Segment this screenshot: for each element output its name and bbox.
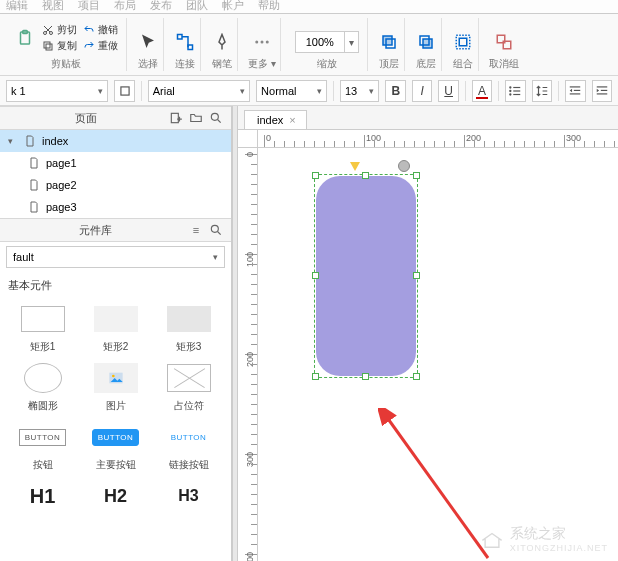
selected-shape[interactable]	[316, 176, 416, 376]
widget-h3[interactable]: H3	[154, 480, 223, 512]
resize-handle[interactable]	[413, 373, 420, 380]
font-select[interactable]: Arial▾	[148, 80, 250, 102]
search-icon[interactable]	[207, 109, 225, 127]
bring-front-icon[interactable]	[378, 31, 400, 53]
svg-rect-5	[44, 42, 50, 48]
menu-item[interactable]: 布局	[114, 0, 136, 13]
underline-button[interactable]: U	[438, 80, 458, 102]
menu-item[interactable]: 帐户	[222, 0, 244, 13]
indent-button[interactable]	[592, 80, 612, 102]
group-icon[interactable]	[452, 31, 474, 53]
canvas-area: index × 0100200300400 0100200300400	[238, 106, 618, 561]
page-icon	[24, 134, 36, 148]
resize-handle[interactable]	[312, 172, 319, 179]
search-icon[interactable]	[207, 221, 225, 239]
pages-panel-header: 页面	[0, 106, 231, 130]
close-icon[interactable]: ×	[289, 114, 295, 126]
menu-item[interactable]: 项目	[78, 0, 100, 13]
select-tool[interactable]	[137, 31, 159, 53]
menu-item[interactable]: 视图	[42, 0, 64, 13]
svg-rect-21	[514, 86, 521, 87]
menu-item[interactable]: 编辑	[6, 0, 28, 13]
line-height-button[interactable]	[532, 80, 552, 102]
more-tool[interactable]	[251, 31, 273, 53]
page-icon	[28, 200, 40, 214]
top-layer-group: 顶层	[374, 18, 405, 71]
widget-rect1[interactable]: 矩形1	[8, 303, 77, 354]
resize-handle[interactable]	[413, 172, 420, 179]
copy-button[interactable]: 复制	[42, 39, 77, 53]
page-item-index[interactable]: ▾ index	[0, 130, 231, 152]
widget-rect2[interactable]: 矩形2	[81, 303, 150, 354]
svg-rect-31	[597, 93, 608, 94]
paste-icon[interactable]	[14, 27, 36, 49]
add-page-icon[interactable]	[167, 109, 185, 127]
ungroup-icon[interactable]	[493, 31, 515, 53]
more-group: 更多 ▾	[244, 18, 281, 71]
outdent-button[interactable]	[565, 80, 585, 102]
ungroup-group: 取消组	[485, 18, 523, 71]
widget-h2[interactable]: H2	[81, 480, 150, 512]
resize-handle[interactable]	[312, 272, 319, 279]
bullets-button[interactable]	[505, 80, 525, 102]
canvas[interactable]	[258, 148, 618, 561]
text-color-button[interactable]: A	[472, 80, 492, 102]
svg-point-8	[255, 41, 258, 44]
library-dropdown[interactable]: fault▾	[6, 246, 225, 268]
resize-handle[interactable]	[362, 172, 369, 179]
page-item[interactable]: page1	[0, 152, 231, 174]
svg-point-24	[510, 93, 512, 95]
resize-handle[interactable]	[362, 373, 369, 380]
group-group: 组合	[448, 18, 479, 71]
left-sidebar: 页面 ▾ index page1 page2 page3	[0, 106, 232, 561]
canvas-tab[interactable]: index ×	[244, 110, 307, 129]
interaction-marker-icon[interactable]	[398, 160, 410, 172]
menu-item[interactable]: 帮助	[258, 0, 280, 13]
send-back-icon[interactable]	[415, 31, 437, 53]
note-marker-icon[interactable]	[350, 162, 360, 171]
library-menu-icon[interactable]: ≡	[187, 221, 205, 239]
connect-tool[interactable]	[174, 31, 196, 53]
bold-button[interactable]: B	[385, 80, 405, 102]
zoom-input[interactable]	[296, 36, 344, 48]
widget-rect3[interactable]: 矩形3	[154, 303, 223, 354]
menu-item[interactable]: 团队	[186, 0, 208, 13]
ruler-vertical[interactable]: 0100200300400	[238, 148, 258, 561]
copy-style-icon[interactable]	[114, 80, 134, 102]
page-item[interactable]: page2	[0, 174, 231, 196]
widget-link-button[interactable]: BUTTON链接按钮	[154, 421, 223, 472]
collapse-icon[interactable]: ▾	[8, 136, 18, 146]
page-icon	[28, 156, 40, 170]
rounded-rect-shape[interactable]	[316, 176, 416, 376]
undo-button[interactable]: 撤销	[83, 23, 118, 37]
widget-ellipse[interactable]: 椭圆形	[8, 362, 77, 413]
ruler-horizontal[interactable]: 0100200300400	[258, 130, 618, 148]
redo-button[interactable]: 重做	[83, 39, 118, 53]
svg-point-9	[260, 41, 263, 44]
pen-tool[interactable]	[211, 31, 233, 53]
weight-select[interactable]: Normal▾	[256, 80, 327, 102]
svg-rect-15	[456, 35, 470, 49]
widget-button[interactable]: BUTTON按钮	[8, 421, 77, 472]
italic-button[interactable]: I	[412, 80, 432, 102]
widget-primary-button[interactable]: BUTTON主要按钮	[81, 421, 150, 472]
svg-rect-16	[459, 38, 467, 46]
menu-item[interactable]: 发布	[150, 0, 172, 13]
add-folder-icon[interactable]	[187, 109, 205, 127]
widget-placeholder[interactable]: 占位符	[154, 362, 223, 413]
size-select[interactable]: 13▾	[340, 80, 380, 102]
svg-rect-32	[171, 113, 178, 122]
chevron-down-icon[interactable]: ▾	[344, 32, 358, 52]
cut-button[interactable]: 剪切	[42, 23, 77, 37]
svg-line-37	[386, 416, 488, 558]
svg-rect-26	[570, 86, 581, 87]
widget-h1[interactable]: H1	[8, 480, 77, 512]
zoom-input-box[interactable]: ▾	[295, 31, 359, 53]
page-item[interactable]: page3	[0, 196, 231, 218]
resize-handle[interactable]	[413, 272, 420, 279]
style-select[interactable]: k 1▾	[6, 80, 108, 102]
widget-image[interactable]: 图片	[81, 362, 150, 413]
svg-rect-27	[574, 89, 580, 90]
canvas-tabbar: index ×	[238, 106, 618, 130]
resize-handle[interactable]	[312, 373, 319, 380]
